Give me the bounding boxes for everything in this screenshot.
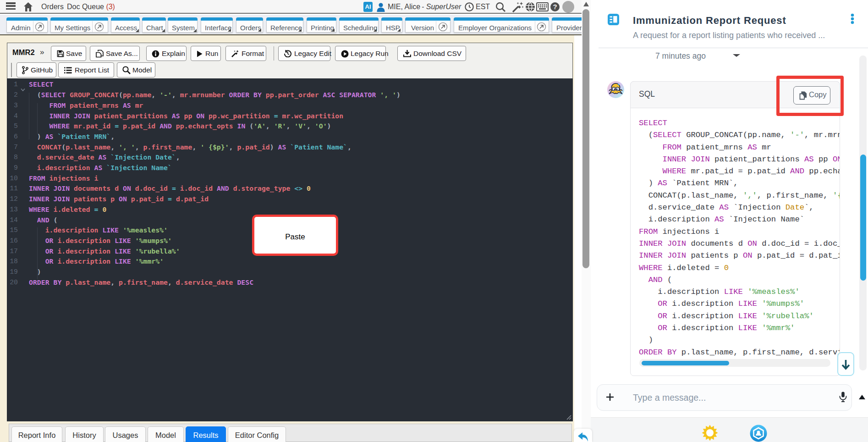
svg-text:?: ? — [553, 3, 557, 11]
